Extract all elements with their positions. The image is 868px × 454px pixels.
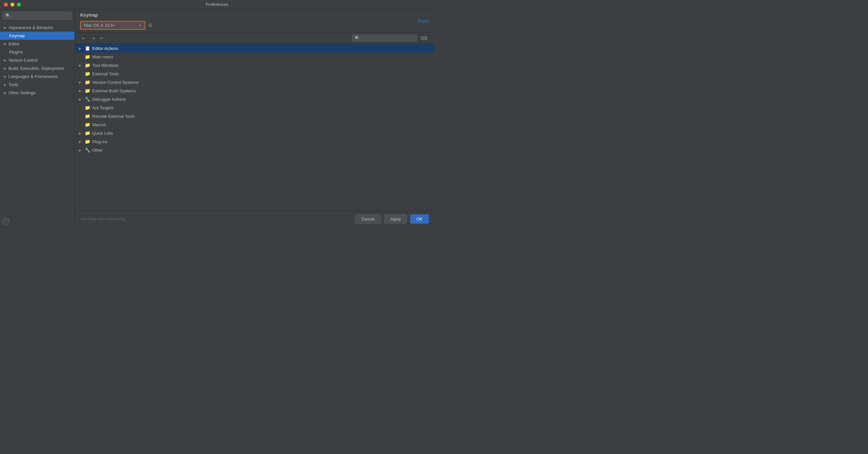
tree-item-tool-windows[interactable]: ▶ 📁 Tool Windows [75,61,434,69]
folder-icon: 📁 [85,139,90,144]
tree-item-other[interactable]: ▶ 🔧 Other [75,146,434,154]
tree-item-label: Debugger Actions [92,97,126,102]
sidebar-bottom: ? [0,215,74,227]
tree-item-version-control-systems[interactable]: ▶ 📁 Version Control Systems [75,78,434,86]
folder-icon: 📁 [85,54,90,59]
apply-button[interactable]: Apply [384,214,407,224]
chevron-right-icon: ▶ [4,91,6,94]
keymap-dropdown-value: Mac OS X 10.5+ [84,23,115,28]
tree-item-remote-external-tools[interactable]: 📁 Remote External Tools [75,112,434,120]
chevron-right-icon: ▶ [79,64,83,67]
other-icon: 🔧 [85,147,90,153]
url-text: https://blog.csdn.net/lianmpeng [80,217,125,221]
find-shortcut-button[interactable]: ⌨ [419,34,429,42]
chevron-right-icon: ▶ [79,89,83,93]
keymap-dropdown[interactable]: Mac OS X 10.5+ ▼ [80,21,145,30]
tree-item-plug-ins[interactable]: ▶ 📁 Plug-ins [75,137,434,146]
sidebar-item-appearance[interactable]: ▶ Appearance & Behavior [0,24,74,32]
tree-item-label: External Build Systems [92,88,136,93]
sidebar-item-keymap[interactable]: Keymap [0,32,74,40]
sidebar-item-languages[interactable]: ▶ Languages & Frameworks [0,73,74,81]
search-actions[interactable]: 🔍 [352,34,417,42]
chevron-right-icon: ▶ [79,140,83,143]
tree-item-editor-actions[interactable]: ▶ 📋 Editor Actions [75,44,434,53]
chevron-right-icon: ▶ [4,75,6,78]
expand-all-button[interactable]: ⇥ [89,34,96,42]
tree-item-label: Main menu [92,54,113,59]
chevron-right-icon: ▶ [79,97,83,101]
tree-item-label: Version Control Systems [92,80,138,85]
tree-item-label: Editor Actions [92,46,118,51]
sidebar-item-label: Keymap [9,33,25,38]
edit-button[interactable]: ✏ [98,34,105,42]
page-title: Keymap [80,12,429,18]
tree-item-label: External Tools [92,72,119,76]
tree-item-external-build-systems[interactable]: ▶ 📁 External Build Systems [75,86,434,95]
tree-item-label: Ant Targets [92,105,114,110]
sidebar-item-label: Editor [8,41,20,46]
folder-icon: 📁 [85,63,90,68]
window-title: Preferences [206,2,228,7]
sidebar-item-plugins[interactable]: Plugins [0,48,74,56]
preferences-window: Preferences 🔍 ▶ Appearance & Behavior Ke… [0,0,434,227]
search-icon: 🔍 [5,13,10,18]
chevron-right-icon: ▶ [4,58,6,62]
gear-icon[interactable]: ⚙ [148,22,153,28]
cancel-button[interactable]: Cancel [355,214,380,224]
search-icon: 🔍 [355,36,360,40]
sidebar-item-label: Build, Execution, Deployment [8,66,64,71]
title-bar: Preferences [0,0,434,9]
folder-icon: 📁 [85,113,90,119]
sidebar-item-build[interactable]: ▶ Build, Execution, Deployment [0,64,74,73]
content-header: Keymap Mac OS X 10.5+ ▼ ⚙ Reset [75,9,434,33]
tree-item-external-tools[interactable]: 📁 External Tools [75,69,434,78]
help-button[interactable]: ? [3,218,9,224]
sidebar: 🔍 ▶ Appearance & Behavior Keymap ▶ Edito… [0,9,75,227]
close-button[interactable] [4,3,8,6]
folder-icon: 📋 [85,46,90,51]
sidebar-item-editor[interactable]: ▶ Editor [0,40,74,48]
keymap-selector-row: Mac OS X 10.5+ ▼ ⚙ [80,21,429,30]
chevron-right-icon: ▶ [4,83,6,86]
sidebar-item-label: Appearance & Behavior [8,25,53,30]
sidebar-item-label: Other Settings [8,90,35,95]
folder-icon: 📁 [85,131,90,136]
sidebar-item-tools[interactable]: ▶ Tools [0,81,74,89]
tree-item-label: Macros [92,122,106,127]
folder-icon: 📁 [85,105,90,110]
debugger-icon: 🔧 [85,96,90,102]
sidebar-item-other-settings[interactable]: ▶ Other Settings [0,89,74,97]
chevron-right-icon: ▶ [79,47,83,50]
keymap-tree-list: ▶ 📋 Editor Actions 📁 Main menu ▶ 📁 Tool … [75,44,434,211]
minimize-button[interactable] [10,3,14,6]
chevron-right-icon: ▶ [79,148,83,152]
tree-item-label: Plug-ins [92,139,107,144]
main-container: 🔍 ▶ Appearance & Behavior Keymap ▶ Edito… [0,9,434,227]
reset-button[interactable]: Reset [418,18,429,23]
tree-item-label: Quick Lists [92,131,113,136]
folder-icon: 📁 [85,80,90,85]
sidebar-search-input[interactable] [12,13,69,18]
tree-item-debugger-actions[interactable]: ▶ 🔧 Debugger Actions [75,95,434,104]
chevron-right-icon: ▶ [4,26,6,29]
toolbar-row: ⇤ ⇥ ✏ 🔍 ⌨ [75,33,434,44]
tree-item-ant-targets[interactable]: 📁 Ant Targets [75,104,434,112]
chevron-right-icon: ▶ [79,81,83,84]
chevron-right-icon: ▶ [4,66,6,70]
tree-item-macros[interactable]: 📁 Macros [75,120,434,129]
content-area: Keymap Mac OS X 10.5+ ▼ ⚙ Reset ⇤ ⇥ ✏ 🔍 [75,9,434,227]
collapse-all-button[interactable]: ⇤ [80,34,87,42]
sidebar-search[interactable]: 🔍 [3,12,72,20]
tree-item-main-menu[interactable]: 📁 Main menu [75,53,434,61]
actions-search-input[interactable] [361,36,414,40]
ok-button[interactable]: OK [410,214,429,224]
tree-item-label: Other [92,148,103,153]
sidebar-item-version-control[interactable]: ▶ Version Control [0,56,74,64]
chevron-down-icon: ▼ [138,24,142,27]
tree-item-label: Remote External Tools [92,114,135,119]
maximize-button[interactable] [17,3,21,6]
tree-item-quick-lists[interactable]: ▶ 📁 Quick Lists [75,129,434,137]
sidebar-item-label: Languages & Frameworks [8,74,58,79]
tree-item-label: Tool Windows [92,63,118,68]
folder-icon: 📁 [85,71,90,76]
